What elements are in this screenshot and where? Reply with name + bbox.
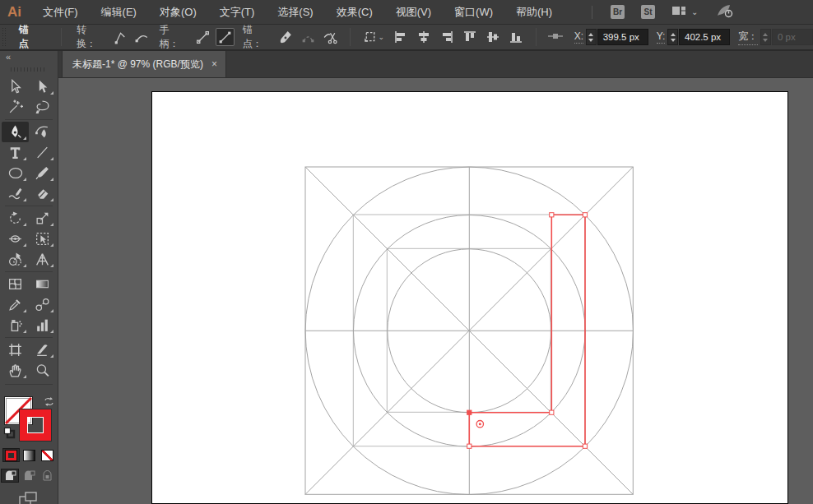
gradient-tool[interactable] [29, 274, 56, 294]
menu-edit[interactable]: 编辑(E) [90, 0, 148, 25]
document-tab[interactable]: 未标题-1* @ 97% (RGB/预览) × [62, 51, 226, 77]
y-stepper[interactable] [667, 29, 678, 45]
column-graph-tool[interactable] [29, 315, 56, 335]
convert-to-corner-button[interactable] [110, 28, 129, 46]
scale-tool[interactable] [29, 208, 56, 229]
chevron-down-icon[interactable]: ⌄ [691, 7, 698, 16]
drawing-mode-buttons [0, 469, 58, 483]
mesh-tool[interactable] [2, 274, 29, 294]
anchor-position-icon [546, 28, 564, 47]
collapse-panel-button[interactable]: « [0, 51, 58, 63]
document-tab-title: 未标题-1* @ 97% (RGB/预览) [72, 58, 203, 72]
toolbar-grip[interactable] [11, 67, 47, 72]
workspace-switcher-icon[interactable] [671, 4, 686, 20]
fill-stroke-control [3, 395, 54, 442]
document-tab-bar: 未标题-1* @ 97% (RGB/预览) × [58, 51, 813, 78]
align-horizontal-center-button[interactable] [414, 28, 434, 46]
gradient-button[interactable] [21, 448, 38, 462]
artboard-svg[interactable] [152, 92, 789, 504]
swap-fill-stroke-icon[interactable] [44, 395, 54, 410]
eraser-tool[interactable] [29, 183, 56, 204]
align-bottom-button[interactable] [506, 28, 526, 46]
control-bar: 锚点 转换： 手柄： 锚点： ⌄ [0, 25, 813, 51]
zoom-tool[interactable] [29, 360, 56, 381]
hide-handles-button[interactable] [216, 28, 235, 46]
convert-label: 转换： [77, 23, 105, 51]
lasso-tool[interactable] [29, 97, 56, 118]
tab-close-icon[interactable]: × [211, 59, 217, 69]
shaper-tool[interactable] [2, 183, 29, 204]
slice-tool[interactable] [29, 340, 56, 360]
selection-tool[interactable] [2, 76, 29, 97]
x-value-field[interactable]: 399.5 px [597, 29, 648, 45]
menu-select[interactable]: 选择(S) [266, 0, 324, 25]
menu-object[interactable]: 对象(O) [148, 0, 208, 25]
blend-tool[interactable] [29, 294, 56, 315]
width-field-group: 0 px [760, 29, 813, 45]
app-logo: Ai [0, 4, 31, 21]
handles-label: 手柄： [160, 23, 188, 51]
stock-badge[interactable]: St [641, 5, 655, 19]
cut-path-button[interactable] [321, 28, 340, 46]
default-fill-stroke-icon[interactable] [3, 427, 16, 442]
separator [350, 28, 351, 46]
chevron-down-icon: ⌄ [379, 33, 385, 41]
artboard-tool[interactable] [2, 340, 29, 360]
none-button[interactable] [39, 448, 56, 462]
menu-type[interactable]: 文字(T) [208, 0, 267, 25]
align-buttons [389, 28, 527, 46]
gpu-performance-rocket-icon[interactable] [716, 3, 734, 21]
connect-endpoints-button[interactable] [299, 28, 318, 46]
controlbar-title: 锚点 [19, 23, 38, 51]
bridge-badge[interactable]: Br [611, 5, 625, 19]
y-value-field[interactable]: 402.5 px [679, 29, 730, 45]
width-stepper [760, 29, 771, 45]
magic-wand-tool[interactable] [2, 97, 29, 118]
direct-selection-tool[interactable] [29, 76, 56, 97]
paint-type-buttons [0, 448, 58, 462]
rotate-tool[interactable] [2, 208, 29, 229]
hand-tool[interactable] [2, 360, 29, 381]
pen-tool[interactable] [2, 122, 29, 142]
remove-anchor-button[interactable] [276, 28, 295, 46]
menu-items: 文件(F) 编辑(E) 对象(O) 文字(T) 选择(S) 效果(C) 视图(V… [31, 0, 564, 25]
align-right-button[interactable] [437, 28, 457, 46]
menu-help[interactable]: 帮助(H) [504, 0, 564, 25]
stroke-swatch-red[interactable] [20, 409, 51, 441]
menu-file[interactable]: 文件(F) [31, 0, 90, 25]
eyedropper-tool[interactable] [2, 294, 29, 315]
draw-inside-button[interactable] [39, 469, 57, 483]
align-vertical-center-button[interactable] [483, 28, 503, 46]
width-value-field: 0 px [772, 29, 813, 45]
menu-view[interactable]: 视图(V) [384, 0, 443, 25]
canvas-pasteboard[interactable] [58, 78, 813, 504]
align-top-button[interactable] [460, 28, 480, 46]
width-label: 宽： [738, 30, 758, 45]
convert-to-smooth-button[interactable] [132, 28, 151, 46]
line-segment-tool[interactable] [29, 142, 56, 163]
screen-mode-button[interactable] [18, 491, 39, 504]
color-button[interactable] [2, 448, 20, 462]
draw-normal-button[interactable] [1, 469, 19, 483]
type-tool[interactable] [2, 142, 29, 163]
free-transform-tool[interactable] [29, 229, 56, 249]
symbol-sprayer-tool[interactable] [2, 315, 29, 335]
ellipse-tool[interactable] [2, 163, 29, 183]
perspective-grid-tool[interactable] [29, 249, 56, 270]
shape-builder-tool[interactable] [2, 249, 29, 270]
draw-behind-button[interactable] [20, 469, 38, 483]
paintbrush-tool[interactable] [29, 163, 56, 183]
menubar-right: Br St ⌄ [582, 3, 734, 21]
x-stepper[interactable] [586, 29, 597, 45]
artboard[interactable] [151, 91, 788, 504]
curvature-tool[interactable] [29, 122, 56, 142]
menubar-separator [592, 6, 592, 19]
align-left-button[interactable] [391, 28, 411, 46]
tools-panel: « [0, 51, 58, 504]
menu-effect[interactable]: 效果(C) [325, 0, 384, 25]
menu-window[interactable]: 窗口(W) [443, 0, 504, 25]
width-tool[interactable] [2, 229, 29, 249]
controlbar-grip[interactable] [2, 28, 7, 46]
align-to-artboard-dropdown[interactable]: ⌄ [360, 28, 386, 46]
show-handles-button[interactable] [193, 28, 212, 46]
